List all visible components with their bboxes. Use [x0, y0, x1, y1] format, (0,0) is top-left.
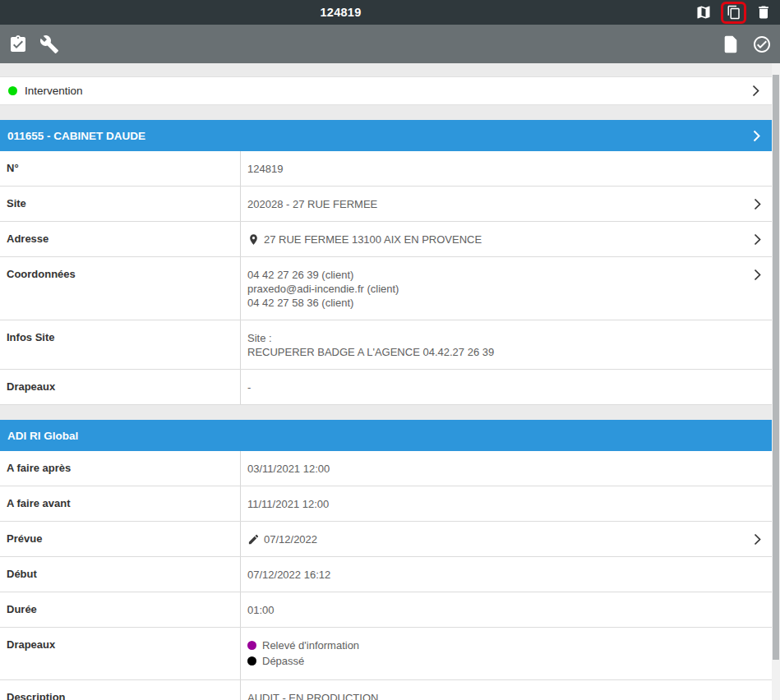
table-row-description: Description AUDIT - EN PRODUCTION — [0, 680, 772, 700]
table-row-debut: Début 07/12/2022 16:12 — [0, 557, 772, 592]
row-label: Infos Site — [0, 320, 241, 369]
pdf-export-icon[interactable] — [721, 35, 741, 54]
row-value: 03/11/2021 12:00 — [241, 451, 772, 486]
detail-scroll-area: Intervention 011655 - CABINET DAUDE N° 1… — [0, 63, 780, 700]
wrench-icon[interactable] — [39, 35, 59, 54]
black-flag-dot-icon — [247, 656, 256, 665]
row-label: Drapeaux — [0, 628, 241, 679]
row-value: 07/12/2022 — [264, 532, 317, 546]
row-label: Description — [0, 680, 241, 700]
toolbar-left-group — [8, 35, 59, 54]
table-row-drapeaux-flags: Drapeaux Relevé d'information Dépassé — [0, 628, 772, 680]
title-bar: 124819 — [0, 0, 780, 25]
table-row-duree: Durée 01:00 — [0, 592, 772, 628]
scrollbar-track[interactable] — [772, 63, 780, 700]
check-circle-icon[interactable] — [752, 35, 772, 54]
section-header-client[interactable]: 011655 - CABINET DAUDE — [0, 120, 772, 151]
trash-icon[interactable] — [754, 2, 773, 22]
scrollbar-thumb[interactable] — [773, 75, 779, 660]
table-row-drapeaux: Drapeaux - — [0, 370, 772, 405]
section-header-label: 011655 - CABINET DAUDE — [7, 130, 145, 142]
chevron-right-icon — [753, 130, 760, 142]
table-row-coordonnees[interactable]: Coordonnées 04 42 27 26 39 (client) prax… — [0, 257, 772, 320]
intervention-row[interactable]: Intervention — [0, 76, 772, 105]
toolbar-right-group — [721, 35, 772, 54]
location-pin-icon — [247, 233, 260, 246]
spacer — [0, 405, 772, 420]
map-icon[interactable] — [694, 2, 713, 22]
row-label: Début — [0, 557, 241, 592]
pencil-icon — [247, 533, 260, 546]
flag-label: Dépassé — [262, 654, 304, 668]
row-label: A faire avant — [0, 486, 241, 521]
row-value: 202028 - 27 RUE FERMEE — [241, 187, 772, 221]
copy-icon[interactable] — [721, 2, 746, 24]
row-value: AUDIT - EN PRODUCTION — [241, 680, 772, 700]
row-value: 27 RUE FERMEE 13100 AIX EN PROVENCE — [264, 233, 482, 246]
table-row-numero: N° 124819 — [0, 151, 772, 187]
chevron-right-icon — [754, 198, 761, 210]
page-title: 124819 — [0, 6, 681, 19]
row-label: Durée — [0, 592, 241, 627]
action-toolbar — [0, 25, 780, 63]
purple-flag-dot-icon — [247, 641, 256, 650]
row-value: 07/12/2022 16:12 — [241, 557, 772, 592]
flag-item: Relevé d'information — [247, 638, 750, 652]
info-line: RECUPERER BADGE A L'AGENCE 04.42.27 26 3… — [247, 345, 750, 359]
table-row-prevue[interactable]: Prévue 07/12/2022 — [0, 522, 772, 557]
row-value: 01:00 — [241, 592, 772, 627]
flag-item: Dépassé — [247, 654, 750, 668]
chevron-right-icon — [754, 269, 761, 281]
row-value: 124819 — [241, 151, 772, 186]
table-row-a-faire-apres: A faire après 03/11/2021 12:00 — [0, 451, 772, 486]
table-row-adresse[interactable]: Adresse 27 RUE FERMEE 13100 AIX EN PROVE… — [0, 222, 772, 257]
row-label: Prévue — [0, 522, 241, 556]
row-label: Adresse — [0, 222, 241, 256]
intervention-label: Intervention — [25, 85, 752, 97]
row-label: A faire après — [0, 451, 241, 486]
row-value: 11/11/2021 12:00 — [241, 486, 772, 521]
chevron-right-icon — [752, 85, 759, 97]
row-label: Site — [0, 187, 241, 221]
row-label: N° — [0, 151, 241, 186]
flag-label: Relevé d'information — [262, 638, 359, 652]
title-bar-actions — [694, 0, 773, 25]
section-header-label: ADI RI Global — [7, 430, 78, 442]
row-label: Coordonnées — [0, 257, 241, 320]
phone-line: 04 42 27 58 36 (client) — [247, 296, 750, 310]
row-label: Drapeaux — [0, 370, 241, 404]
table-row-a-faire-avant: A faire avant 11/11/2021 12:00 — [0, 486, 772, 522]
clipboard-check-icon[interactable] — [8, 35, 28, 54]
section-header-adi-ri-global: ADI RI Global — [0, 420, 772, 451]
chevron-right-icon — [754, 533, 761, 546]
info-line: Site : — [247, 331, 750, 345]
spacer — [0, 105, 772, 120]
table-row-infos-site: Infos Site Site : RECUPERER BADGE A L'AG… — [0, 320, 772, 370]
phone-line: 04 42 27 26 39 (client) — [247, 268, 750, 282]
green-status-dot-icon — [8, 86, 17, 95]
chevron-right-icon — [754, 233, 761, 246]
row-value: - — [241, 370, 772, 404]
table-row-site[interactable]: Site 202028 - 27 RUE FERMEE — [0, 187, 772, 222]
spacer — [0, 63, 772, 76]
email-line: praxedo@adi-incendie.fr (client) — [247, 282, 750, 296]
